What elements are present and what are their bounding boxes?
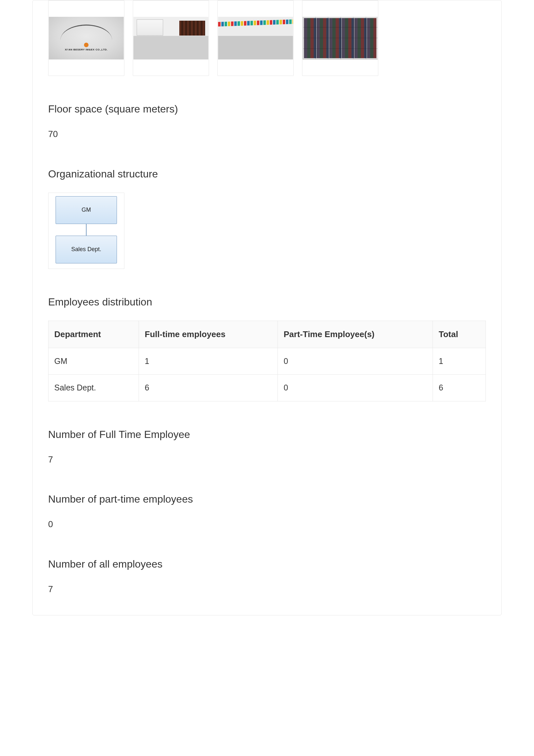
th-total: Total [433, 321, 486, 348]
full-time-total-value: 7 [48, 453, 486, 466]
cell-total: 1 [433, 348, 486, 375]
all-employees-value: 7 [48, 583, 486, 596]
org-box-gm: GM [56, 196, 117, 224]
bookshelf-photo [303, 17, 378, 60]
sign-caption: XI'AN BESERY IM&EX CO.,LTD. [65, 48, 108, 52]
all-employees-heading: Number of all employees [48, 556, 486, 572]
th-part-time: Part-Time Employee(s) [278, 321, 433, 348]
floor-space-value: 70 [48, 128, 486, 141]
org-box-sales: Sales Dept. [56, 236, 117, 263]
cell-total: 6 [433, 375, 486, 401]
part-time-total-value: 0 [48, 518, 486, 531]
employees-distribution-heading: Employees distribution [48, 294, 486, 310]
cell-department: GM [48, 348, 139, 375]
photo-placeholder [218, 17, 293, 60]
employees-distribution-table: Department Full-time employees Part-Time… [48, 321, 486, 401]
content-card: XI'AN BESERY IM&EX CO.,LTD. F [32, 0, 502, 615]
full-time-total-heading: Number of Full Time Employee [48, 427, 486, 442]
thumbnail[interactable] [133, 0, 209, 76]
company-sign-photo: XI'AN BESERY IM&EX CO.,LTD. [49, 17, 124, 60]
photo-placeholder [134, 17, 208, 60]
org-structure-heading: Organizational structure [48, 166, 486, 182]
cell-full-time: 1 [139, 348, 278, 375]
sign-logo-icon [84, 43, 89, 47]
sign-arc [61, 25, 112, 41]
th-full-time: Full-time employees [139, 321, 278, 348]
cell-department: Sales Dept. [48, 375, 139, 401]
table-row: Sales Dept. 6 0 6 [48, 375, 486, 401]
photo-placeholder: XI'AN BESERY IM&EX CO.,LTD. [49, 17, 124, 60]
office-photo [134, 17, 208, 60]
cell-full-time: 6 [139, 375, 278, 401]
table-header-row: Department Full-time employees Part-Time… [48, 321, 486, 348]
cell-part-time: 0 [278, 375, 433, 401]
floor-space-heading: Floor space (square meters) [48, 101, 486, 117]
page: XI'AN BESERY IM&EX CO.,LTD. F [0, 0, 534, 756]
th-department: Department [48, 321, 139, 348]
thumbnail[interactable] [302, 0, 378, 76]
org-connector-line [86, 224, 87, 236]
thumbnail[interactable] [217, 0, 294, 76]
part-time-total-heading: Number of part-time employees [48, 491, 486, 507]
cell-part-time: 0 [278, 348, 433, 375]
meeting-photo [218, 17, 293, 60]
photo-placeholder [303, 17, 378, 60]
org-chart[interactable]: GM Sales Dept. [48, 193, 124, 269]
thumbnail[interactable]: XI'AN BESERY IM&EX CO.,LTD. [48, 0, 124, 76]
thumbnail-row: XI'AN BESERY IM&EX CO.,LTD. [48, 0, 486, 76]
books-icon [304, 18, 376, 58]
table-row: GM 1 0 1 [48, 348, 486, 375]
